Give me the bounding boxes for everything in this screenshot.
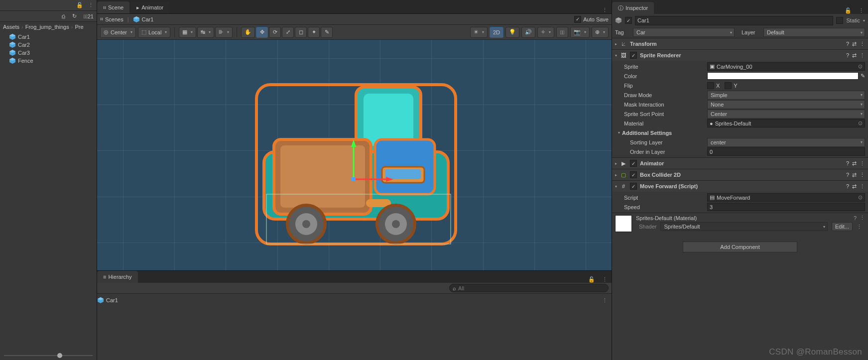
hierarchy-item-car1[interactable]: Car1 ⋮: [97, 296, 612, 305]
help-icon[interactable]: ?: [846, 160, 849, 167]
lock-icon[interactable]: 🔓: [585, 276, 598, 283]
object-picker-icon[interactable]: ⊙: [858, 120, 863, 126]
breadcrumb-item[interactable]: Assets: [3, 24, 19, 30]
debug-draw-icon[interactable]: ☀: [470, 27, 488, 38]
tab-animator[interactable]: ▸Animator: [130, 1, 169, 13]
audio-icon[interactable]: 🔊: [521, 27, 535, 38]
layer-dropdown[interactable]: Default: [763, 28, 865, 37]
snap-settings-icon[interactable]: ⊪: [215, 27, 233, 38]
refresh-icon[interactable]: ↻: [72, 13, 77, 19]
menu-icon[interactable]: ⋮: [860, 52, 865, 59]
hierarchy-search[interactable]: ⌕: [449, 284, 609, 292]
autosave-checkbox[interactable]: [574, 16, 581, 23]
sort-point-dropdown[interactable]: Center: [707, 110, 865, 119]
object-picker-icon[interactable]: ⊙: [858, 63, 863, 70]
sprite-renderer-header[interactable]: ▾ 🖼 Sprite Renderer ?⇄⋮: [612, 50, 868, 61]
tab-hierarchy[interactable]: ≡Hierarchy: [97, 271, 138, 283]
hand-tool-icon[interactable]: ✋: [241, 27, 255, 38]
panel-menu-icon[interactable]: ⋮: [598, 276, 612, 283]
2d-toggle[interactable]: 2D: [490, 27, 503, 38]
fx-icon[interactable]: ✧: [537, 27, 554, 38]
lighting-icon[interactable]: 💡: [505, 27, 519, 38]
rotate-tool-icon[interactable]: ⟳: [269, 27, 281, 38]
transform-header[interactable]: ▸ ⟀ Transform ?⇄⋮: [612, 38, 868, 49]
preset-icon[interactable]: ⇄: [852, 183, 857, 190]
breadcrumb-item[interactable]: Frog_jump_things: [25, 24, 69, 30]
help-icon[interactable]: ?: [846, 183, 849, 190]
transform-tool-icon[interactable]: ✦: [308, 27, 320, 38]
menu-icon[interactable]: ⋮: [860, 183, 865, 190]
grid-snap-icon[interactable]: ▦: [179, 27, 196, 38]
project-item-car1[interactable]: Car1: [0, 33, 97, 41]
project-item-car2[interactable]: Car2: [0, 41, 97, 49]
lock-icon[interactable]: 🔓: [842, 7, 855, 14]
script-enabled[interactable]: [630, 183, 637, 190]
help-icon[interactable]: ?: [846, 172, 849, 178]
project-item-car3[interactable]: Car3: [0, 49, 97, 57]
mask-dropdown[interactable]: None: [707, 100, 865, 109]
car-sprite[interactable]: [251, 80, 461, 249]
draw-mode-dropdown[interactable]: Simple: [707, 91, 865, 100]
animator-enabled[interactable]: [630, 160, 637, 167]
gizmos-icon[interactable]: ⊕: [592, 27, 609, 38]
static-checkbox[interactable]: [836, 17, 843, 24]
scale-tool-icon[interactable]: ⤢: [282, 27, 294, 38]
project-zoom-slider[interactable]: [0, 351, 97, 360]
hierarchy-search-input[interactable]: [458, 285, 605, 291]
sprite-renderer-enabled[interactable]: [630, 52, 637, 59]
edit-shader-button[interactable]: Edit...: [832, 222, 853, 231]
sorting-layer-dropdown[interactable]: center: [707, 138, 865, 147]
panel-menu-icon[interactable]: ⋮: [88, 2, 94, 8]
preset-icon[interactable]: ⇄: [852, 41, 857, 47]
snap-increment-icon[interactable]: ↹: [197, 27, 214, 38]
menu-icon[interactable]: ⋮: [860, 41, 865, 47]
material-preview[interactable]: [615, 215, 632, 232]
color-field[interactable]: [707, 72, 859, 80]
tab-inspector[interactable]: ⓘInspector: [612, 2, 654, 14]
help-icon[interactable]: ?: [854, 215, 857, 221]
custom-tool-icon[interactable]: ✎: [321, 27, 333, 38]
shader-dropdown[interactable]: Sprites/Default: [660, 222, 827, 231]
help-icon[interactable]: ?: [846, 52, 849, 59]
project-breadcrumb[interactable]: Assets› Frog_jump_things› Pre: [0, 22, 97, 32]
tab-scene[interactable]: ⌗Scene: [97, 1, 129, 13]
box-collider-enabled[interactable]: [630, 171, 637, 178]
project-item-fence[interactable]: Fence: [0, 57, 97, 65]
hidden-objects-icon[interactable]: 👁̸: [556, 27, 568, 38]
help-icon[interactable]: ?: [846, 41, 849, 47]
animator-header[interactable]: ▸ ▶ Animator ?⇄⋮: [612, 158, 868, 169]
preset-icon[interactable]: ⇄: [852, 160, 857, 167]
add-component-button[interactable]: Add Component: [683, 241, 797, 252]
rect-tool-icon[interactable]: ◻: [295, 27, 307, 38]
menu-icon[interactable]: ⋮: [860, 172, 865, 178]
object-name-field[interactable]: Car1: [635, 16, 833, 25]
breadcrumb-item[interactable]: Pre: [75, 24, 83, 30]
preset-icon[interactable]: ⇄: [852, 52, 857, 59]
tag-dropdown[interactable]: Car: [633, 28, 735, 37]
order-in-layer-field[interactable]: 0: [707, 147, 865, 156]
lock-icon[interactable]: 🔓: [76, 2, 83, 8]
box-collider-header[interactable]: ▸ ▢ Box Collider 2D ?⇄⋮: [612, 169, 868, 180]
sprite-field[interactable]: ▣CarMoving_00⊙: [707, 62, 865, 71]
flip-x-checkbox[interactable]: [707, 82, 714, 89]
eyedropper-icon[interactable]: ✎: [861, 73, 865, 79]
menu-icon[interactable]: ⋮: [857, 224, 862, 230]
scenes-label[interactable]: Scenes: [105, 16, 124, 22]
static-dropdown-icon[interactable]: ▾: [863, 18, 865, 23]
scene-viewport[interactable]: [97, 40, 612, 270]
menu-icon[interactable]: ⋮: [860, 215, 865, 221]
save-icon[interactable]: ⎙: [62, 13, 65, 19]
move-forward-header[interactable]: ▾ # Move Forward (Script) ?⇄⋮: [612, 181, 868, 192]
speed-field[interactable]: 3: [707, 203, 865, 211]
scene-tab-menu-icon[interactable]: ⋮: [598, 7, 612, 13]
autosave-toggle[interactable]: Auto Save: [574, 16, 609, 23]
panel-menu-icon[interactable]: ⋮: [855, 7, 868, 14]
active-checkbox[interactable]: [625, 17, 632, 24]
hidden-layers-icon[interactable]: 👁̸21: [84, 13, 94, 19]
additional-settings-label[interactable]: Additional Settings: [620, 130, 712, 136]
object-picker-icon[interactable]: ⊙: [858, 194, 863, 201]
material-field[interactable]: ●Sprites-Default⊙: [707, 119, 865, 127]
scene-current-object[interactable]: Car1: [142, 16, 154, 22]
flip-y-checkbox[interactable]: [725, 82, 732, 89]
item-menu-icon[interactable]: ⋮: [602, 297, 612, 304]
